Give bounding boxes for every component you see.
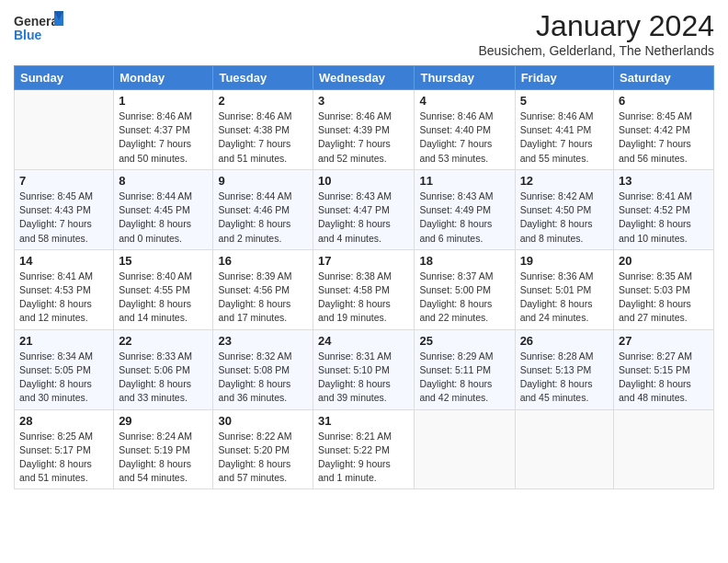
calendar-cell: 16Sunrise: 8:39 AM Sunset: 4:56 PM Dayli…	[213, 249, 313, 329]
calendar-cell: 30Sunrise: 8:22 AM Sunset: 5:20 PM Dayli…	[213, 409, 313, 489]
calendar-cell: 17Sunrise: 8:38 AM Sunset: 4:58 PM Dayli…	[313, 249, 415, 329]
day-info: Sunrise: 8:43 AM Sunset: 4:47 PM Dayligh…	[318, 190, 409, 246]
calendar-table: SundayMondayTuesdayWednesdayThursdayFrid…	[14, 65, 714, 489]
day-info: Sunrise: 8:34 AM Sunset: 5:05 PM Dayligh…	[19, 350, 108, 406]
day-info: Sunrise: 8:46 AM Sunset: 4:38 PM Dayligh…	[218, 109, 308, 166]
calendar-cell: 20Sunrise: 8:35 AM Sunset: 5:03 PM Dayli…	[614, 249, 714, 329]
day-info: Sunrise: 8:41 AM Sunset: 4:52 PM Dayligh…	[619, 190, 709, 246]
day-number: 30	[218, 414, 308, 428]
day-number: 27	[619, 334, 709, 348]
calendar-week-4: 21Sunrise: 8:34 AM Sunset: 5:05 PM Dayli…	[15, 329, 714, 409]
logo-icon: General Blue	[14, 9, 64, 46]
day-number: 11	[419, 174, 509, 188]
day-number: 9	[218, 174, 308, 188]
calendar-cell: 21Sunrise: 8:34 AM Sunset: 5:05 PM Dayli…	[15, 329, 114, 409]
day-number: 13	[619, 174, 709, 188]
weekday-header-saturday: Saturday	[614, 66, 714, 90]
day-info: Sunrise: 8:45 AM Sunset: 4:43 PM Dayligh…	[19, 190, 108, 246]
calendar-cell: 15Sunrise: 8:40 AM Sunset: 4:55 PM Dayli…	[114, 249, 213, 329]
day-number: 17	[318, 254, 409, 268]
day-info: Sunrise: 8:28 AM Sunset: 5:13 PM Dayligh…	[520, 350, 609, 406]
calendar-cell: 3Sunrise: 8:46 AM Sunset: 4:39 PM Daylig…	[313, 90, 415, 170]
day-number: 1	[119, 94, 208, 108]
calendar-cell: 7Sunrise: 8:45 AM Sunset: 4:43 PM Daylig…	[15, 169, 114, 249]
day-info: Sunrise: 8:44 AM Sunset: 4:45 PM Dayligh…	[119, 190, 208, 246]
day-number: 24	[318, 334, 409, 348]
day-number: 14	[19, 254, 108, 268]
weekday-header-thursday: Thursday	[415, 66, 515, 90]
calendar-cell: 5Sunrise: 8:46 AM Sunset: 4:41 PM Daylig…	[515, 90, 613, 170]
day-info: Sunrise: 8:43 AM Sunset: 4:49 PM Dayligh…	[419, 190, 509, 246]
calendar-week-2: 7Sunrise: 8:45 AM Sunset: 4:43 PM Daylig…	[15, 169, 714, 249]
day-info: Sunrise: 8:32 AM Sunset: 5:08 PM Dayligh…	[218, 350, 308, 406]
day-info: Sunrise: 8:33 AM Sunset: 5:06 PM Dayligh…	[119, 350, 208, 406]
day-info: Sunrise: 8:46 AM Sunset: 4:39 PM Dayligh…	[318, 109, 409, 166]
weekday-header-friday: Friday	[515, 66, 613, 90]
calendar-week-1: 1Sunrise: 8:46 AM Sunset: 4:37 PM Daylig…	[15, 90, 714, 170]
day-info: Sunrise: 8:42 AM Sunset: 4:50 PM Dayligh…	[520, 190, 609, 246]
day-number: 12	[520, 174, 609, 188]
calendar-cell: 13Sunrise: 8:41 AM Sunset: 4:52 PM Dayli…	[614, 169, 714, 249]
day-info: Sunrise: 8:45 AM Sunset: 4:42 PM Dayligh…	[619, 109, 709, 166]
day-info: Sunrise: 8:38 AM Sunset: 4:58 PM Dayligh…	[318, 270, 409, 326]
day-info: Sunrise: 8:22 AM Sunset: 5:20 PM Dayligh…	[218, 430, 308, 486]
day-info: Sunrise: 8:29 AM Sunset: 5:11 PM Dayligh…	[419, 350, 509, 406]
day-number: 19	[520, 254, 609, 268]
day-number: 25	[419, 334, 509, 348]
calendar-cell: 31Sunrise: 8:21 AM Sunset: 5:22 PM Dayli…	[313, 409, 415, 489]
calendar-cell: 22Sunrise: 8:33 AM Sunset: 5:06 PM Dayli…	[114, 329, 213, 409]
page-header: General Blue January 2024 Beusichem, Gel…	[14, 9, 714, 58]
day-number: 29	[119, 414, 208, 428]
day-info: Sunrise: 8:39 AM Sunset: 4:56 PM Dayligh…	[218, 270, 308, 326]
calendar-cell: 25Sunrise: 8:29 AM Sunset: 5:11 PM Dayli…	[415, 329, 515, 409]
day-info: Sunrise: 8:41 AM Sunset: 4:53 PM Dayligh…	[19, 270, 108, 326]
day-number: 7	[19, 174, 108, 188]
day-info: Sunrise: 8:35 AM Sunset: 5:03 PM Dayligh…	[619, 270, 709, 326]
day-number: 23	[218, 334, 308, 348]
calendar-cell: 11Sunrise: 8:43 AM Sunset: 4:49 PM Dayli…	[415, 169, 515, 249]
day-number: 20	[619, 254, 709, 268]
day-info: Sunrise: 8:46 AM Sunset: 4:40 PM Dayligh…	[419, 109, 509, 166]
day-number: 5	[520, 94, 609, 108]
title-section: January 2024 Beusichem, Gelderland, The …	[478, 9, 714, 58]
calendar-cell: 28Sunrise: 8:25 AM Sunset: 5:17 PM Dayli…	[15, 409, 114, 489]
day-info: Sunrise: 8:44 AM Sunset: 4:46 PM Dayligh…	[218, 190, 308, 246]
day-info: Sunrise: 8:46 AM Sunset: 4:41 PM Dayligh…	[520, 109, 609, 166]
day-number: 18	[419, 254, 509, 268]
day-number: 2	[218, 94, 308, 108]
day-number: 3	[318, 94, 409, 108]
day-number: 10	[318, 174, 409, 188]
weekday-header-wednesday: Wednesday	[313, 66, 415, 90]
calendar-cell	[415, 409, 515, 489]
calendar-cell: 4Sunrise: 8:46 AM Sunset: 4:40 PM Daylig…	[415, 90, 515, 170]
logo: General Blue	[14, 9, 64, 46]
weekday-header-row: SundayMondayTuesdayWednesdayThursdayFrid…	[15, 66, 714, 90]
svg-text:Blue: Blue	[14, 28, 42, 42]
calendar-week-5: 28Sunrise: 8:25 AM Sunset: 5:17 PM Dayli…	[15, 409, 714, 489]
calendar-cell: 1Sunrise: 8:46 AM Sunset: 4:37 PM Daylig…	[114, 90, 213, 170]
calendar-cell: 14Sunrise: 8:41 AM Sunset: 4:53 PM Dayli…	[15, 249, 114, 329]
day-number: 16	[218, 254, 308, 268]
day-number: 6	[619, 94, 709, 108]
day-info: Sunrise: 8:37 AM Sunset: 5:00 PM Dayligh…	[419, 270, 509, 326]
calendar-cell: 27Sunrise: 8:27 AM Sunset: 5:15 PM Dayli…	[614, 329, 714, 409]
calendar-cell: 9Sunrise: 8:44 AM Sunset: 4:46 PM Daylig…	[213, 169, 313, 249]
day-info: Sunrise: 8:36 AM Sunset: 5:01 PM Dayligh…	[520, 270, 609, 326]
day-number: 8	[119, 174, 208, 188]
calendar-cell: 29Sunrise: 8:24 AM Sunset: 5:19 PM Dayli…	[114, 409, 213, 489]
calendar-cell: 19Sunrise: 8:36 AM Sunset: 5:01 PM Dayli…	[515, 249, 613, 329]
calendar-cell: 26Sunrise: 8:28 AM Sunset: 5:13 PM Dayli…	[515, 329, 613, 409]
day-info: Sunrise: 8:46 AM Sunset: 4:37 PM Dayligh…	[119, 109, 208, 166]
calendar-cell: 8Sunrise: 8:44 AM Sunset: 4:45 PM Daylig…	[114, 169, 213, 249]
calendar-cell: 2Sunrise: 8:46 AM Sunset: 4:38 PM Daylig…	[213, 90, 313, 170]
day-info: Sunrise: 8:31 AM Sunset: 5:10 PM Dayligh…	[318, 350, 409, 406]
day-info: Sunrise: 8:40 AM Sunset: 4:55 PM Dayligh…	[119, 270, 208, 326]
weekday-header-tuesday: Tuesday	[213, 66, 313, 90]
month-title: January 2024	[478, 9, 714, 43]
calendar-week-3: 14Sunrise: 8:41 AM Sunset: 4:53 PM Dayli…	[15, 249, 714, 329]
calendar-cell: 12Sunrise: 8:42 AM Sunset: 4:50 PM Dayli…	[515, 169, 613, 249]
day-number: 28	[19, 414, 108, 428]
day-number: 31	[318, 414, 409, 428]
calendar-cell: 10Sunrise: 8:43 AM Sunset: 4:47 PM Dayli…	[313, 169, 415, 249]
day-number: 21	[19, 334, 108, 348]
